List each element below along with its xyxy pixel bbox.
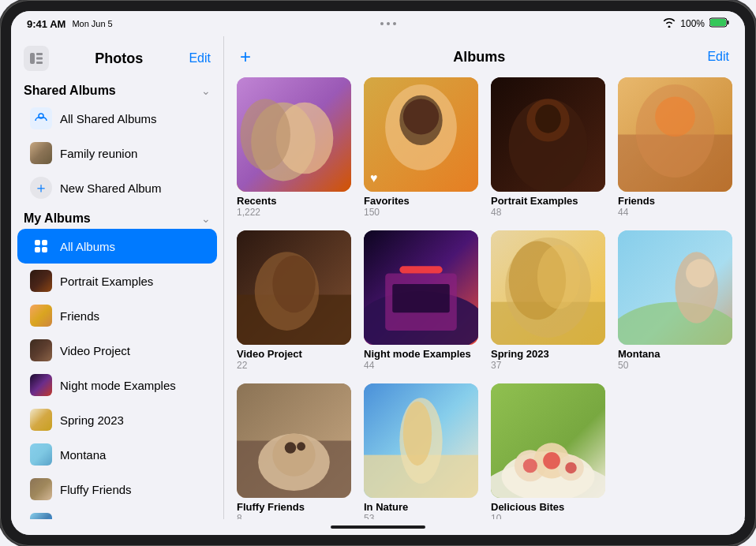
svg-point-15 bbox=[241, 99, 290, 170]
album-card-favorites[interactable]: ♥ Favorites 150 bbox=[364, 77, 478, 218]
shared-albums-chevron[interactable]: ⌄ bbox=[201, 84, 211, 97]
new-shared-label: New Shared Album bbox=[60, 181, 161, 195]
svg-rect-11 bbox=[42, 247, 47, 252]
portrait-count: 48 bbox=[491, 207, 605, 218]
albums-edit-button[interactable]: Edit bbox=[707, 50, 729, 64]
album-card-bites[interactable]: Delicious Bites 10 bbox=[491, 383, 605, 519]
ipad-screen: 9:41 AM Mon Jun 5 100% bbox=[11, 11, 745, 535]
friends-label: Friends bbox=[60, 309, 99, 323]
album-card-portrait[interactable]: Portrait Examples 48 bbox=[491, 77, 605, 218]
sidebar-item-nature[interactable]: In Nature bbox=[17, 507, 217, 519]
montana-label: Montana bbox=[60, 448, 106, 462]
portrait-name: Portrait Examples bbox=[491, 195, 605, 207]
wifi-icon bbox=[663, 18, 676, 30]
svg-point-31 bbox=[272, 256, 315, 313]
svg-rect-5 bbox=[36, 58, 43, 60]
night-mode-label: Night mode Examples bbox=[60, 379, 176, 392]
recents-thumb bbox=[237, 77, 351, 192]
svg-point-62 bbox=[523, 458, 537, 473]
spring-album-count: 37 bbox=[491, 360, 605, 371]
sidebar-item-all-shared[interactable]: All Shared Albums bbox=[17, 101, 217, 136]
nature-album-count: 53 bbox=[364, 513, 478, 519]
sidebar-item-family-reunion[interactable]: Family reunion bbox=[17, 136, 217, 170]
recents-count: 1,222 bbox=[237, 207, 351, 218]
sidebar-item-video-project[interactable]: Video Project bbox=[17, 333, 217, 368]
favorites-name: Favorites bbox=[364, 195, 478, 207]
fluffy-label: Fluffy Friends bbox=[60, 483, 132, 496]
favorites-heart-icon: ♥ bbox=[370, 171, 378, 185]
album-card-friends[interactable]: Friends 44 bbox=[618, 77, 732, 218]
sidebar-item-all-albums[interactable]: All Albums bbox=[17, 229, 217, 264]
album-card-spring[interactable]: Spring 2023 37 bbox=[491, 230, 605, 371]
svg-point-63 bbox=[543, 452, 560, 469]
sidebar-item-spring[interactable]: Spring 2023 bbox=[17, 402, 217, 437]
album-card-nature[interactable]: In Nature 53 bbox=[364, 383, 478, 519]
svg-point-49 bbox=[272, 433, 315, 476]
sidebar-edit-button[interactable]: Edit bbox=[189, 51, 211, 65]
album-card-night-mode[interactable]: Night mode Examples 44 bbox=[364, 230, 478, 371]
my-albums-section-header: My Albums ⌄ bbox=[11, 205, 223, 229]
family-reunion-thumb bbox=[30, 142, 52, 164]
album-card-montana[interactable]: Montana 50 bbox=[618, 230, 732, 371]
sidebar-item-montana[interactable]: Montana bbox=[17, 437, 217, 472]
spring-thumb-icon bbox=[30, 409, 52, 431]
nature-album-name: In Nature bbox=[364, 501, 478, 513]
svg-point-27 bbox=[655, 96, 695, 136]
dot3 bbox=[393, 22, 396, 25]
battery-percent: 100% bbox=[680, 18, 705, 29]
album-card-recents[interactable]: Recents 1,222 bbox=[237, 77, 351, 218]
night-mode-album-count: 44 bbox=[364, 360, 478, 371]
montana-album-name: Montana bbox=[618, 348, 732, 360]
home-indicator bbox=[11, 519, 745, 535]
fluffy-thumb-icon bbox=[30, 478, 52, 500]
all-shared-icon bbox=[30, 107, 52, 129]
my-albums-chevron[interactable]: ⌄ bbox=[201, 212, 211, 225]
status-time: 9:41 AM bbox=[27, 18, 65, 30]
fluffy-album-name: Fluffy Friends bbox=[237, 501, 351, 513]
friends-thumb-icon bbox=[30, 305, 52, 327]
all-albums-icon bbox=[30, 235, 52, 257]
video-project-thumb bbox=[237, 230, 351, 345]
nature-thumb-icon bbox=[30, 513, 52, 519]
albums-header: + Albums Edit bbox=[237, 36, 732, 77]
spring-2023-thumb bbox=[491, 230, 605, 345]
spring-album-name: Spring 2023 bbox=[491, 348, 605, 360]
svg-point-50 bbox=[285, 442, 297, 454]
albums-title: Albums bbox=[453, 49, 505, 65]
portrait-thumb-icon bbox=[30, 270, 52, 292]
svg-rect-3 bbox=[30, 53, 35, 64]
sidebar-item-new-shared[interactable]: ＋ New Shared Album bbox=[17, 170, 217, 205]
my-albums-title: My Albums bbox=[24, 211, 91, 226]
svg-rect-36 bbox=[392, 284, 450, 312]
dot2 bbox=[387, 22, 390, 25]
favorites-thumb: ♥ bbox=[364, 77, 478, 192]
svg-rect-2 bbox=[727, 21, 728, 24]
sidebar-item-portrait[interactable]: Portrait Examples bbox=[17, 264, 217, 298]
svg-rect-10 bbox=[35, 247, 40, 252]
video-project-count: 22 bbox=[237, 360, 351, 371]
family-reunion-label: Family reunion bbox=[60, 147, 137, 160]
status-date: Mon Jun 5 bbox=[72, 19, 112, 28]
video-project-name: Video Project bbox=[237, 348, 351, 360]
svg-rect-8 bbox=[35, 240, 40, 245]
night-mode-album-name: Night mode Examples bbox=[364, 348, 478, 360]
sidebar-toggle-button[interactable] bbox=[24, 46, 49, 71]
sidebar-title: Photos bbox=[95, 50, 143, 67]
albums-add-button[interactable]: + bbox=[240, 46, 251, 68]
sidebar-item-fluffy[interactable]: Fluffy Friends bbox=[17, 472, 217, 507]
sidebar-item-friends[interactable]: Friends bbox=[17, 298, 217, 333]
svg-rect-4 bbox=[36, 53, 43, 55]
friends-album-name: Friends bbox=[618, 195, 732, 207]
albums-area: + Albums Edit bbox=[224, 36, 745, 519]
sidebar-item-night-mode[interactable]: Night mode Examples bbox=[17, 368, 217, 402]
friends-album-thumb bbox=[618, 77, 732, 192]
video-project-label: Video Project bbox=[60, 344, 130, 357]
album-card-video-project[interactable]: Video Project 22 bbox=[237, 230, 351, 371]
sidebar-header: Photos Edit bbox=[11, 36, 223, 77]
all-shared-label: All Shared Albums bbox=[60, 112, 157, 125]
svg-point-55 bbox=[403, 402, 432, 466]
svg-point-23 bbox=[535, 104, 561, 133]
home-bar bbox=[331, 525, 425, 529]
bites-album-count: 10 bbox=[491, 513, 605, 519]
album-card-fluffy[interactable]: Fluffy Friends 8 bbox=[237, 383, 351, 519]
